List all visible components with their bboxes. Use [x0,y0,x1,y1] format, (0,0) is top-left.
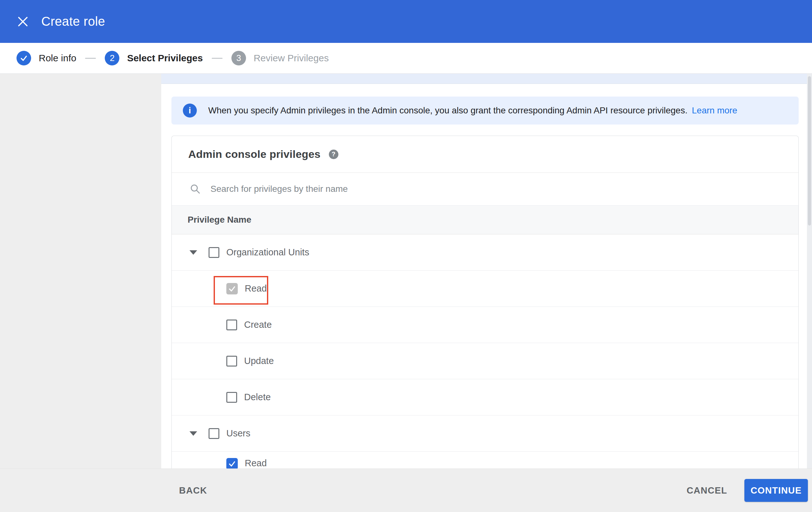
card-title: Admin console privileges [188,148,321,160]
privilege-label: Update [244,356,274,366]
close-icon[interactable] [15,14,30,29]
search-icon [190,183,201,195]
privilege-row-users: Users [172,415,799,452]
privilege-row-update: Update [172,343,799,379]
privilege-row-organizational-units: Organizational Units [172,235,799,271]
step-select-privileges[interactable]: 2 Select Privileges [105,51,203,65]
create-role-dialog: Create role Role info 2 Select Privilege… [0,0,812,512]
privilege-row-create: Create [172,307,799,343]
privileges-search-row [172,173,799,205]
checkbox-users[interactable] [208,428,219,439]
expand-arrow-icon[interactable] [190,431,197,436]
step-role-info[interactable]: Role info [17,51,76,65]
step-number-badge: 2 [105,51,119,65]
step-separator [85,58,96,59]
checkbox-delete[interactable] [226,392,237,403]
app-bar: Create role [0,0,812,43]
footer-right-actions: CANCEL CONTINUE [687,479,808,502]
step-label: Select Privileges [127,53,203,63]
footer-action-bar: BACK CANCEL CONTINUE [0,468,812,512]
dialog-body: i When you specify Admin privileges in t… [0,74,812,468]
page-title: Create role [41,14,105,29]
left-gutter-panel [0,74,161,468]
checkbox-organizational-units[interactable] [208,247,219,258]
vertical-scrollbar[interactable] [807,74,812,468]
privilege-label: Create [244,320,272,330]
continue-button[interactable]: CONTINUE [744,479,808,502]
checkbox-create[interactable] [226,320,237,330]
cancel-button[interactable]: CANCEL [687,485,727,496]
admin-console-privileges-card: Admin console privileges ? Privilege Nam… [171,136,799,468]
privilege-label: Organizational Units [226,247,309,258]
step-separator [212,58,223,59]
checkbox-read-checked-disabled[interactable] [226,283,238,294]
stepper: Role info 2 Select Privileges 3 Review P… [0,43,812,74]
step-review-privileges[interactable]: 3 Review Privileges [231,51,329,65]
privileges-search-input[interactable] [210,184,655,194]
learn-more-link[interactable]: Learn more [692,105,737,115]
step-number-badge: 3 [231,51,246,65]
back-button[interactable]: BACK [179,485,207,496]
privilege-label: Read [245,283,267,294]
scrollbar-thumb[interactable] [808,76,811,225]
step-label: Review Privileges [254,53,329,63]
banner-message: When you specify Admin privileges in the… [208,105,688,115]
expand-arrow-icon[interactable] [190,250,197,255]
checkbox-update[interactable] [226,356,237,367]
privilege-label: Delete [244,392,271,402]
help-icon[interactable]: ? [329,150,338,159]
info-icon: i [183,104,197,117]
privilege-name-column-header: Privilege Name [172,205,799,235]
privilege-label: Read [245,458,267,468]
content-top-strip [161,74,807,84]
privilege-label: Users [226,428,251,439]
privilege-row-delete: Delete [172,379,799,415]
admin-privileges-info-banner: i When you specify Admin privileges in t… [171,97,799,125]
step-label: Role info [39,53,76,63]
privilege-row-users-read: Read [172,452,799,468]
privilege-row-read: Read [172,271,799,307]
card-heading: Admin console privileges ? [172,136,799,173]
checkbox-users-read-checked[interactable] [226,458,238,468]
step-complete-check-icon [17,51,31,65]
banner-text: When you specify Admin privileges in the… [208,105,737,116]
close-x-glyph [17,16,29,27]
